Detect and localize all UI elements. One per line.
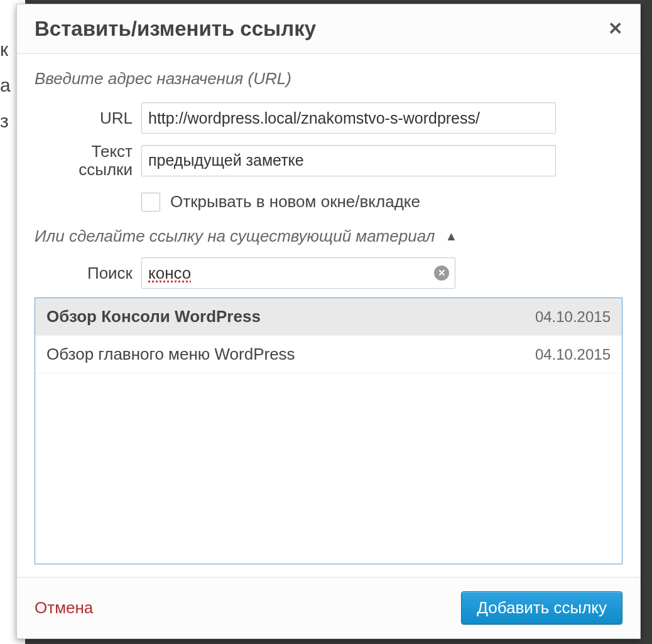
result-date: 04.10.2015 xyxy=(535,308,611,326)
new-tab-row[interactable]: Открывать в новом окне/вкладке xyxy=(141,192,622,212)
url-section-label: Введите адрес назначения (URL) xyxy=(35,69,622,89)
search-input-wrap: ✕ xyxy=(141,257,455,289)
link-text-row: Текст ссылки xyxy=(35,142,622,178)
new-tab-label: Открывать в новом окне/вкладке xyxy=(170,192,420,212)
modal-body: Введите адрес назначения (URL) URL Текст… xyxy=(17,54,640,577)
url-label: URL xyxy=(35,109,141,127)
search-label: Поиск xyxy=(35,264,141,282)
result-title: Обзор Консоли WordPress xyxy=(46,307,261,326)
modal-backdrop: к а з Вставить/изменить ссылку ✕ Введите… xyxy=(0,0,652,644)
link-text-label: Текст ссылки xyxy=(35,142,141,178)
cancel-button[interactable]: Отмена xyxy=(35,598,93,618)
existing-content-toggle[interactable]: Или сделайте ссылку на существующий мате… xyxy=(35,227,622,246)
modal-title: Вставить/изменить ссылку xyxy=(35,17,316,41)
search-input[interactable] xyxy=(141,257,455,289)
existing-content-label: Или сделайте ссылку на существующий мате… xyxy=(35,227,435,246)
url-input[interactable] xyxy=(141,102,556,134)
url-row: URL xyxy=(35,102,622,134)
clear-search-icon[interactable]: ✕ xyxy=(434,266,449,281)
result-title: Обзор главного меню WordPress xyxy=(46,345,295,364)
search-result-item[interactable]: Обзор Консоли WordPress 04.10.2015 xyxy=(35,298,622,336)
insert-link-modal: Вставить/изменить ссылку ✕ Введите адрес… xyxy=(16,4,641,639)
search-row: Поиск ✕ xyxy=(35,257,622,289)
new-tab-checkbox[interactable] xyxy=(141,193,160,212)
search-result-item[interactable]: Обзор главного меню WordPress 04.10.2015 xyxy=(35,336,622,373)
link-text-input[interactable] xyxy=(141,145,556,176)
result-date: 04.10.2015 xyxy=(535,346,611,363)
chevron-up-icon: ▲ xyxy=(445,229,457,244)
close-icon[interactable]: ✕ xyxy=(608,20,622,38)
modal-header: Вставить/изменить ссылку ✕ xyxy=(17,4,640,54)
add-link-button[interactable]: Добавить ссылку xyxy=(461,591,622,625)
modal-footer: Отмена Добавить ссылку xyxy=(17,577,640,638)
search-results-list[interactable]: Обзор Консоли WordPress 04.10.2015 Обзор… xyxy=(35,298,622,564)
